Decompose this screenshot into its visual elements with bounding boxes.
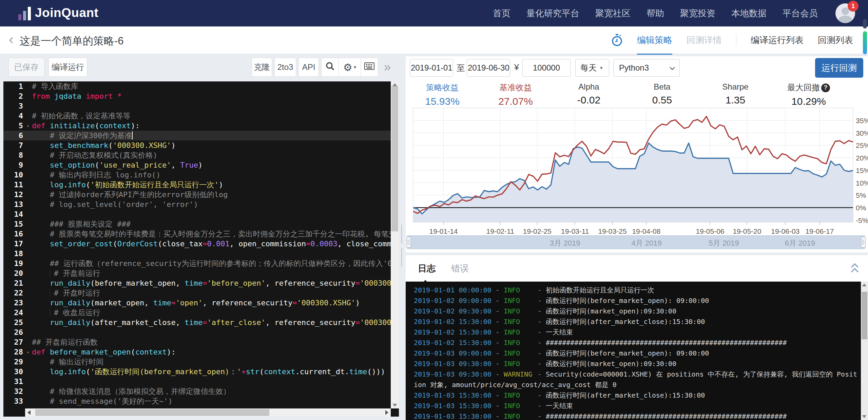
timer-icon[interactable] — [611, 33, 623, 47]
code-line-5[interactable]: 5▾def initialize(context): — [3, 121, 391, 131]
nav-item-0[interactable]: 首页 — [493, 7, 510, 19]
language-select[interactable]: Python3 — [613, 59, 680, 77]
code-line-13[interactable]: 13 # log.set_level('order', 'error') — [3, 199, 391, 209]
code-line-31[interactable]: 31 — [3, 377, 391, 386]
log-tab-journal[interactable]: 日志 — [418, 263, 436, 274]
code-line-22[interactable]: 22 # 开盘时运行 — [3, 288, 391, 298]
code-line-2[interactable]: 2from jqdata import * — [3, 91, 391, 101]
log-tab-errors[interactable]: 错误 — [451, 263, 469, 274]
code-text: # 开盘时运行 — [31, 288, 391, 298]
code-text: # send_message('美好的一天~') — [31, 396, 391, 406]
editor-vertical-scrollbar[interactable] — [391, 81, 399, 408]
code-line-7[interactable]: 7 set_benchmark('000300.XSHG') — [3, 140, 391, 150]
code-text: log.info('函数运行时间(before_market_open)：'+s… — [31, 367, 391, 377]
code-line-20[interactable]: 20 # 开盘前运行 — [3, 268, 391, 278]
navigator-right-handle[interactable] — [861, 237, 866, 248]
logo-bars-icon — [18, 5, 31, 20]
expand-panel-button[interactable]: » — [380, 58, 395, 77]
nav-item-5[interactable]: 本地数据 — [731, 7, 767, 19]
code-line-15[interactable]: 15 ### 股票相关设定 ### — [3, 219, 391, 229]
code-line-19[interactable]: 19 ## 运行函数（reference_security为运行时间的参考标的；… — [3, 259, 391, 268]
log-tab-row: 日志错误 — [406, 255, 868, 282]
search-button[interactable] — [321, 58, 339, 77]
code-line-4[interactable]: 4# 初始化函数，设定基准等等 — [3, 111, 391, 121]
log-scroll-thumb[interactable] — [862, 292, 867, 339]
line-number: 9 — [3, 160, 31, 170]
scroll-up-icon[interactable] — [392, 83, 397, 86]
editor-horizontal-scrollbar[interactable] — [25, 408, 391, 417]
code-line-10[interactable]: 10 # 输出内容到日志 log.info() — [3, 170, 391, 180]
avatar[interactable]: 1 — [835, 3, 855, 23]
editor-hscroll-thumb[interactable] — [35, 409, 269, 416]
panel-splitter-handle[interactable] — [401, 221, 404, 248]
svg-text:35%: 35% — [856, 117, 868, 125]
shortcuts-button[interactable] — [361, 58, 378, 77]
nav-item-3[interactable]: 帮助 — [647, 7, 664, 19]
nav-item-4[interactable]: 聚宽投资 — [680, 7, 715, 19]
settings-button[interactable]: ⚙ ▾ — [339, 58, 361, 77]
code-line-1[interactable]: 1# 导入函数库 — [3, 81, 391, 91]
start-date-input[interactable] — [410, 59, 453, 77]
svg-text:19-06-03: 19-06-03 — [771, 227, 799, 235]
code-line-9[interactable]: 9 set_option('use_real_price', True) — [3, 160, 391, 170]
nav-item-6[interactable]: 平台会员 — [783, 7, 818, 19]
scroll-right-icon[interactable] — [385, 410, 388, 415]
code-text: # 设定沪深300作为基准 — [31, 131, 391, 140]
api-button[interactable]: API — [298, 58, 319, 77]
nav-item-1[interactable]: 量化研究平台 — [526, 7, 579, 19]
help-icon[interactable]: ? — [821, 83, 830, 92]
code-line-18[interactable]: 18 — [3, 249, 391, 259]
nav-item-2[interactable]: 聚宽社区 — [595, 7, 631, 19]
code-line-21[interactable]: 21 run_daily(before_market_open, time='b… — [3, 278, 391, 288]
editor-vscroll-thumb[interactable] — [391, 86, 398, 231]
scroll-down-icon[interactable] — [862, 415, 866, 418]
code-line-29[interactable]: 29 # 输出运行时间 — [3, 357, 391, 367]
clone-button[interactable]: 克隆 — [252, 58, 272, 77]
code-line-11[interactable]: 11 log.info('初始函数开始运行且全局只运行一次') — [3, 180, 391, 190]
scroll-indicator-top[interactable] — [863, 19, 867, 28]
collapse-double-chevron-icon[interactable] — [850, 263, 859, 275]
code-line-28[interactable]: 28▾def before_market_open(context): — [3, 347, 391, 357]
scroll-indicator-thumb[interactable] — [863, 31, 867, 54]
frequency-select[interactable]: 每天 ▾ — [575, 59, 609, 77]
code-line-32[interactable]: 32 # 给微信发送消息（添加模拟交易，并绑定微信生效） — [3, 386, 391, 396]
code-area[interactable]: 1# 导入函数库2from jqdata import *34# 初始化函数，设… — [3, 81, 391, 408]
code-line-27[interactable]: 27## 开盘前运行函数 — [3, 337, 391, 347]
code-line-6[interactable]: 6 # 设定沪深300作为基准 — [3, 131, 391, 140]
strategy-tab-2[interactable]: 编译运行列表 — [751, 26, 804, 54]
back-chevron-icon[interactable]: ‹ — [9, 31, 14, 47]
code-line-24[interactable]: 24 # 收盘后运行 — [3, 308, 391, 318]
code-line-25[interactable]: 25 run_daily(after_market_close, time='a… — [3, 318, 391, 327]
code-line-16[interactable]: 16 # 股票类每笔交易时的手续费是：买入时佣金万分之三，卖出时佣金万分之三加千… — [3, 229, 391, 239]
joinquant-logo[interactable]: JoinQuant — [18, 5, 98, 20]
end-date-input[interactable] — [467, 59, 510, 77]
strategy-tab-1[interactable]: 回测详情 — [687, 26, 722, 54]
code-line-23[interactable]: 23 run_daily(market_open, time='open', r… — [3, 298, 391, 308]
py2to3-button[interactable]: 2to3 — [274, 58, 296, 77]
code-editor[interactable]: 1# 导入函数库2from jqdata import *34# 初始化函数，设… — [3, 81, 399, 417]
initial-cash-input[interactable] — [522, 59, 571, 77]
scroll-up-icon[interactable] — [862, 284, 866, 286]
compile-run-button[interactable]: 编译运行 — [49, 58, 87, 77]
scroll-down-icon[interactable] — [392, 404, 397, 407]
code-line-14[interactable]: 14 — [3, 209, 391, 219]
run-backtest-button[interactable]: 运行回测 — [815, 58, 863, 78]
strategy-tabs: 编辑策略回测详情编译运行列表回测列表 — [611, 26, 853, 54]
code-line-26[interactable]: 26 — [3, 327, 391, 337]
log-scrollbar[interactable] — [861, 282, 868, 420]
chart-range-navigator[interactable]: 3月 20194月 20195月 20196月 2019 — [407, 235, 865, 249]
code-line-8[interactable]: 8 # 开启动态复权模式(真实价格) — [3, 150, 391, 160]
date-to-label: 至 — [457, 62, 465, 74]
code-line-30[interactable]: 30 log.info('函数运行时间(before_market_open)：… — [3, 367, 391, 377]
fold-caret-icon[interactable]: ▾ — [26, 347, 29, 357]
code-line-33[interactable]: 33 # send_message('美好的一天~') — [3, 396, 391, 406]
code-line-3[interactable]: 3 — [3, 101, 391, 111]
navigator-left-handle[interactable] — [406, 237, 411, 248]
code-line-17[interactable]: 17 set_order_cost(OrderCost(close_tax=0.… — [3, 239, 391, 249]
strategy-tab-3[interactable]: 回测列表 — [818, 26, 853, 54]
saved-button[interactable]: 已保存 — [8, 58, 44, 77]
code-line-12[interactable]: 12 # 过滤掉order系列API产生的比error级别低的log — [3, 190, 391, 199]
scroll-left-icon[interactable] — [27, 410, 31, 415]
fold-caret-icon[interactable]: ▾ — [26, 121, 29, 131]
strategy-tab-0[interactable]: 编辑策略 — [637, 25, 672, 55]
